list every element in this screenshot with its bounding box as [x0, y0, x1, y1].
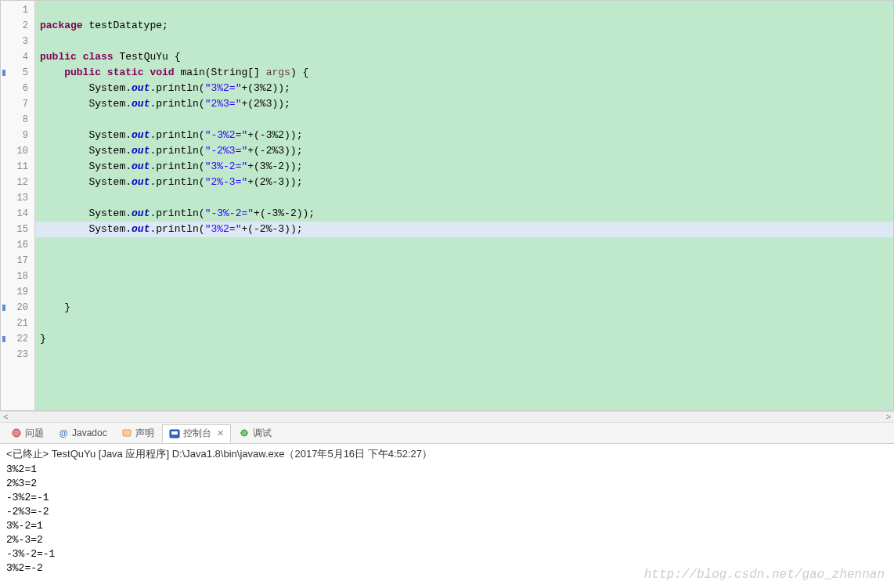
- svg-point-0: [13, 429, 20, 437]
- tab-declaration[interactable]: 声明: [115, 424, 160, 442]
- gutter-line: 13: [1, 190, 34, 206]
- code-line[interactable]: System.out.println("-3%-2="+(-3%-2));: [35, 206, 893, 222]
- tab-problems-label: 问题: [25, 427, 44, 440]
- tab-javadoc-label: Javadoc: [72, 427, 107, 438]
- code-line[interactable]: System.out.println("3%2="+(3%2));: [35, 81, 893, 96]
- code-line[interactable]: [35, 316, 893, 331]
- code-line[interactable]: public static void main(String[] args) {: [35, 65, 893, 81]
- tab-console[interactable]: 控制台 ✕: [162, 424, 231, 443]
- gutter-line: 21: [1, 316, 34, 331]
- console-line: 2%3=2: [6, 477, 888, 491]
- gutter-line: 4: [1, 49, 34, 65]
- gutter-line: 12: [1, 175, 34, 190]
- horizontal-scrollbar[interactable]: < >: [0, 411, 894, 422]
- code-line[interactable]: [35, 190, 893, 206]
- code-line[interactable]: System.out.println("-3%2="+(-3%2));: [35, 128, 893, 143]
- code-line[interactable]: package testDatatype;: [35, 18, 893, 34]
- tab-debug[interactable]: 调试: [233, 424, 278, 442]
- gutter-line: 23: [1, 347, 34, 363]
- console-icon: [169, 428, 180, 439]
- svg-point-4: [241, 430, 247, 436]
- tab-javadoc[interactable]: @ Javadoc: [52, 424, 114, 442]
- code-line[interactable]: System.out.println("2%-3="+(2%-3));: [35, 175, 893, 190]
- gutter-line: 18: [1, 269, 34, 284]
- console-line: 3%2=1: [6, 463, 888, 477]
- code-line[interactable]: [35, 112, 893, 128]
- tab-debug-label: 调试: [253, 427, 272, 440]
- gutter-line: 2: [1, 18, 34, 34]
- problems-icon: [11, 427, 22, 438]
- gutter-line: 11: [1, 159, 34, 175]
- code-line[interactable]: public class TestQuYu {: [35, 49, 893, 65]
- tab-console-label: 控制台: [183, 427, 211, 440]
- console-line: -2%3=-2: [6, 505, 888, 519]
- gutter-line: 16: [1, 237, 34, 253]
- code-line[interactable]: System.out.println("2%3="+(2%3));: [35, 96, 893, 112]
- code-line[interactable]: }: [35, 300, 893, 316]
- code-line[interactable]: System.out.println("-2%3="+(-2%3));: [35, 143, 893, 159]
- scroll-left-icon[interactable]: <: [3, 413, 9, 422]
- code-line[interactable]: }: [35, 331, 893, 347]
- javadoc-icon: @: [58, 427, 69, 438]
- gutter-line: 14: [1, 206, 34, 222]
- gutter-line: 15: [1, 222, 34, 237]
- editor-pane: 1234567891011121314151617181920212223 pa…: [0, 0, 894, 411]
- code-line[interactable]: [35, 2, 893, 18]
- close-icon[interactable]: ✕: [217, 428, 224, 438]
- bottom-tabs-bar: 问题 @ Javadoc 声明 控制台 ✕ 调试: [0, 422, 894, 444]
- code-line[interactable]: [35, 237, 893, 253]
- code-line[interactable]: [35, 347, 893, 363]
- declaration-icon: [121, 427, 132, 438]
- gutter-line: 5: [1, 65, 34, 81]
- gutter-line: 22: [1, 331, 34, 347]
- console-pane: <已终止> TestQuYu [Java 应用程序] D:\Java1.8\bi…: [0, 444, 894, 579]
- gutter-line: 19: [1, 284, 34, 300]
- code-area[interactable]: package testDatatype;public class TestQu…: [35, 1, 893, 410]
- console-line: -3%2=-1: [6, 491, 888, 505]
- gutter-line: 20: [1, 300, 34, 316]
- gutter-line: 3: [1, 34, 34, 49]
- code-line[interactable]: System.out.println("3%-2="+(3%-2));: [35, 159, 893, 175]
- console-line: 3%-2=1: [6, 519, 888, 533]
- code-line[interactable]: [35, 284, 893, 300]
- console-line: -3%-2=-1: [6, 547, 888, 561]
- watermark: http://blog.csdn.net/gao_zhennan: [644, 568, 885, 582]
- code-line[interactable]: [35, 269, 893, 284]
- tab-declaration-label: 声明: [135, 427, 154, 440]
- scroll-right-icon[interactable]: >: [885, 413, 891, 422]
- svg-rect-3: [171, 431, 178, 435]
- console-output[interactable]: 3%2=12%3=2-3%2=-1-2%3=-23%-2=12%-3=2-3%-…: [6, 463, 888, 575]
- console-line: 2%-3=2: [6, 533, 888, 547]
- debug-icon: [239, 427, 250, 438]
- gutter-line: 1: [1, 2, 34, 18]
- gutter-line: 10: [1, 143, 34, 159]
- gutter-line: 8: [1, 112, 34, 128]
- code-line[interactable]: [35, 253, 893, 269]
- gutter-line: 9: [1, 128, 34, 143]
- code-line[interactable]: [35, 34, 893, 49]
- console-header: <已终止> TestQuYu [Java 应用程序] D:\Java1.8\bi…: [6, 447, 888, 461]
- gutter-line: 17: [1, 253, 34, 269]
- tab-problems[interactable]: 问题: [5, 424, 50, 442]
- gutter: 1234567891011121314151617181920212223: [1, 1, 35, 410]
- gutter-line: 7: [1, 96, 34, 112]
- gutter-line: 6: [1, 81, 34, 96]
- code-line[interactable]: System.out.println("3%2="+(-2%-3));: [35, 222, 893, 237]
- svg-rect-1: [123, 430, 131, 436]
